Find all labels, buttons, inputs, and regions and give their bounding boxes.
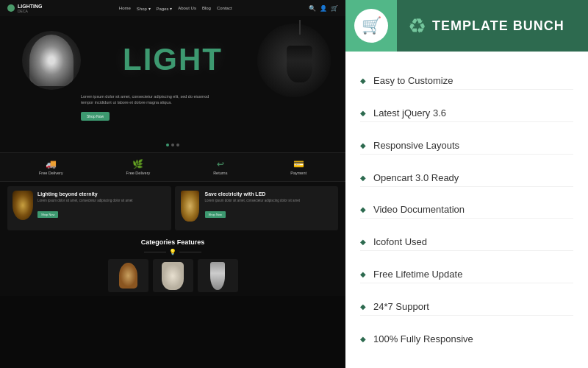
nav-home[interactable]: Home [119,6,131,11]
cart-icon: 🛒 [362,16,381,35]
user-icon[interactable]: 👤 [320,5,327,12]
banner-card-1: Lighting beyond eternity Lorem ipsum dol… [7,186,171,230]
nav-blog[interactable]: Blog [202,6,211,11]
banner-lamp-img-2 [179,191,201,224]
diamond-icon-1: ◆ [360,77,366,85]
feature-item-3: ◆ Responsive Layouts [360,137,573,155]
cart-icon[interactable]: 🛒 [331,5,338,12]
categories-divider: 💡 [7,249,338,255]
diamond-icon-5: ◆ [360,205,366,213]
hero-title-green: LIGH [123,42,202,77]
hero-section: LIGHT Lorem ipsum dolor sit amet, consec… [0,16,345,152]
feature-label-opencart: Opencart 3.0 Ready [373,172,459,183]
lamp-right [287,20,312,86]
brand-text: TEMPLATE BUNCH [432,18,564,34]
feature-label-easy: Easy to Customize [373,75,453,86]
nav-contact[interactable]: Contact [217,6,232,11]
lamp-thumb-2[interactable] [153,259,193,292]
returns-icon: ↩ [217,159,224,169]
banner-lamp-img-1 [12,191,34,224]
diamond-icon-7: ◆ [360,270,366,278]
dot-2[interactable] [171,144,174,146]
feature-label-jquery: Latest jQuery 3.6 [373,107,446,118]
feature-item-2: ◆ Latest jQuery 3.6 [360,105,573,122]
lamp-circle-left [22,31,81,90]
diamond-icon-3: ◆ [360,141,366,149]
feature-item-5: ◆ Video Documentation [360,201,573,219]
lamp-img-3 [210,262,225,290]
bulb-icon: 💡 [169,249,176,255]
banner-card-2: Save electricity with LED Lorem ipsum do… [175,186,339,230]
brand-sub: DECA [18,9,42,13]
feature-free-delivery-1: 🚚 Free Delivery [39,159,63,175]
feature-label-1: Free Delivery [39,171,63,175]
feature-label-3: Returns [213,171,227,175]
dot-1[interactable] [166,144,169,146]
nav-about[interactable]: About Us [178,6,196,11]
banner-desc-1: Lorem ipsum dolor sit amet, consectetur … [37,199,167,203]
banner-content-2: Save electricity with LED Lorem ipsum do… [205,191,334,219]
feature-item-6: ◆ Icofont Used [360,233,573,251]
banner-content-1: Lighting beyond eternity Lorem ipsum dol… [37,191,167,219]
banner-cta-1[interactable]: Shop Now [37,211,58,218]
brand-name: LIGHTING [18,4,42,9]
banner-cta-2[interactable]: Shop Now [205,211,226,218]
hero-subtitle: Lorem ipsum dolor sit amet, consectetur … [81,93,213,106]
diamond-icon-2: ◆ [360,109,366,117]
feature-label-responsive: Responsive Layouts [373,140,459,151]
hero-title: LIGHT [123,42,223,77]
feature-item-7: ◆ Free Lifetime Update [360,266,573,283]
brand-logo: LIGHTING DECA [7,4,42,13]
diamond-icon-6: ◆ [360,238,366,246]
banner-section: Lighting beyond eternity Lorem ipsum dol… [0,182,345,235]
hero-dots [166,144,179,146]
lamp-img-2 [162,262,184,290]
brand-block: ♻ TEMPLATE BUNCH [397,14,576,38]
nav-actions: 🔍 👤 🛒 [309,5,338,12]
tree-icon: 🌿 [132,159,143,169]
shipping-features: 🚚 Free Delivery 🌿 Free Delivery ↩ Return… [0,152,345,182]
website-preview: LIGHTING DECA Home Shop ▾ Pages ▾ About … [0,0,345,368]
feature-payment: 💳 Payment [290,159,306,175]
dot-3[interactable] [176,144,179,146]
logo-icon [7,4,15,12]
navbar: LIGHTING DECA Home Shop ▾ Pages ▾ About … [0,0,345,16]
feature-returns: ↩ Returns [213,159,227,175]
categories-title: Categories Features [7,238,338,246]
feature-label-4: Payment [290,171,306,175]
lamp-shade [287,46,312,82]
feature-item-9: ◆ 100% Fully Responsive [360,330,573,347]
lamp-thumb-3[interactable] [198,259,238,292]
feature-label-fullresponsive: 100% Fully Responsive [373,333,473,344]
hero-cta-button[interactable]: Shop Now [81,112,110,121]
lamp-thumbnails [7,259,338,292]
feature-free-delivery-2: 🌿 Free Delivery [126,159,151,175]
brand-name-block: LIGHTING DECA [18,4,42,13]
delivery-icon: 🚚 [46,159,57,169]
feature-item-4: ◆ Opencart 3.0 Ready [360,169,573,187]
feature-list: ◆ Easy to Customize ◆ Latest jQuery 3.6 … [345,52,588,368]
banner-title-1: Lighting beyond eternity [37,191,167,197]
feature-label-support: 24*7 Support [373,301,429,312]
features-panel: 🛒 ♻ TEMPLATE BUNCH ◆ Easy to Customize ◆… [345,0,588,368]
recycle-icon: ♻ [408,14,426,38]
feature-label-video: Video Documentation [373,204,465,215]
diamond-icon-4: ◆ [360,174,366,182]
nav-links: Home Shop ▾ Pages ▾ About Us Blog Contac… [119,6,232,11]
lamp-cord [299,20,301,35]
search-icon[interactable]: 🔍 [309,5,316,12]
divider-left [144,252,166,252]
nav-shop[interactable]: Shop ▾ [137,6,151,11]
diamond-icon-8: ◆ [360,302,366,311]
payment-icon: 💳 [293,159,304,169]
banner-desc-2: Lorem ipsum dolor sit amet, consectetur … [205,199,334,203]
feature-label-2: Free Delivery [126,171,151,175]
feature-label-icofont: Icofont Used [373,236,427,247]
feature-item-8: ◆ 24*7 Support [360,298,573,316]
lamp-thumb-1[interactable] [108,259,148,292]
divider-right [179,252,201,252]
diamond-icon-9: ◆ [360,335,366,343]
cart-badge: 🛒 [345,0,397,52]
nav-pages[interactable]: Pages ▾ [157,6,173,11]
categories-section: Categories Features 💡 [0,235,345,296]
